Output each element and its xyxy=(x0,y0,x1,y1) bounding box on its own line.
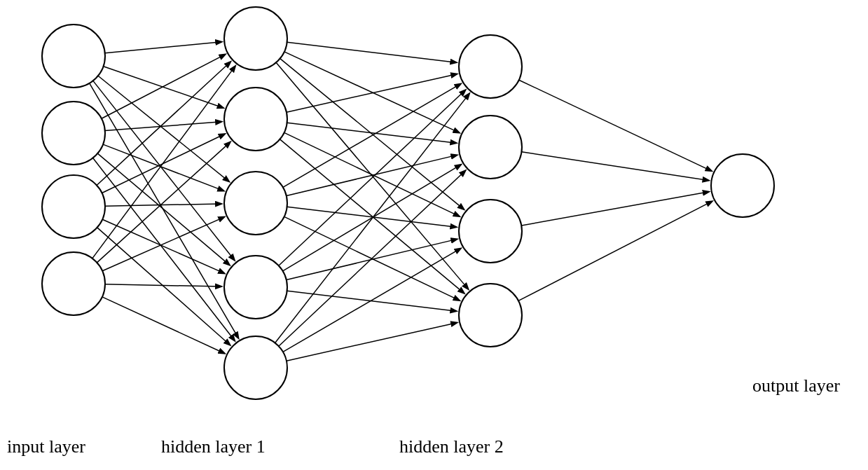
svg-point-47 xyxy=(42,252,105,315)
output-layer-label: output layer xyxy=(752,375,840,396)
svg-line-16 xyxy=(97,142,230,263)
svg-line-39 xyxy=(287,323,457,361)
svg-line-43 xyxy=(518,201,712,300)
svg-line-17 xyxy=(102,217,224,271)
svg-point-46 xyxy=(42,175,105,238)
svg-point-49 xyxy=(224,88,287,151)
hidden-layer-2-label: hidden layer 2 xyxy=(399,436,504,457)
svg-line-3 xyxy=(93,81,235,260)
svg-line-20 xyxy=(287,42,457,62)
svg-line-40 xyxy=(519,80,712,171)
svg-line-4 xyxy=(90,83,239,338)
svg-point-52 xyxy=(224,336,287,399)
svg-point-55 xyxy=(459,200,522,263)
svg-point-54 xyxy=(459,116,522,179)
svg-line-9 xyxy=(93,158,235,341)
svg-line-32 xyxy=(279,90,466,266)
svg-line-29 xyxy=(287,155,457,195)
svg-line-6 xyxy=(105,122,221,131)
svg-line-24 xyxy=(287,74,457,112)
svg-point-51 xyxy=(224,256,287,319)
neural-network-diagram: input layer hidden layer 1 hidden layer … xyxy=(0,0,868,470)
hidden-layer-1-label: hidden layer 1 xyxy=(161,436,266,457)
svg-line-36 xyxy=(275,94,469,343)
svg-line-38 xyxy=(283,249,461,352)
svg-point-53 xyxy=(459,35,522,98)
svg-point-56 xyxy=(459,284,522,347)
svg-line-0 xyxy=(105,42,221,53)
svg-line-12 xyxy=(105,204,221,206)
svg-line-22 xyxy=(280,59,464,209)
svg-line-28 xyxy=(283,84,461,188)
svg-line-5 xyxy=(102,55,226,119)
svg-line-37 xyxy=(279,171,466,347)
svg-line-1 xyxy=(104,67,223,108)
svg-line-35 xyxy=(287,291,457,311)
svg-point-45 xyxy=(42,102,105,165)
svg-line-15 xyxy=(92,66,235,258)
svg-line-26 xyxy=(284,132,460,216)
svg-line-25 xyxy=(287,123,457,143)
svg-line-27 xyxy=(280,139,464,293)
network-svg xyxy=(0,0,868,470)
svg-line-13 xyxy=(102,219,224,273)
svg-line-19 xyxy=(102,297,225,354)
svg-point-44 xyxy=(42,25,105,88)
svg-point-50 xyxy=(224,172,287,235)
svg-line-34 xyxy=(287,239,457,279)
svg-line-42 xyxy=(521,192,708,226)
input-layer-label: input layer xyxy=(7,436,85,457)
svg-point-57 xyxy=(711,154,774,217)
svg-line-30 xyxy=(287,207,457,227)
svg-point-48 xyxy=(224,7,287,70)
